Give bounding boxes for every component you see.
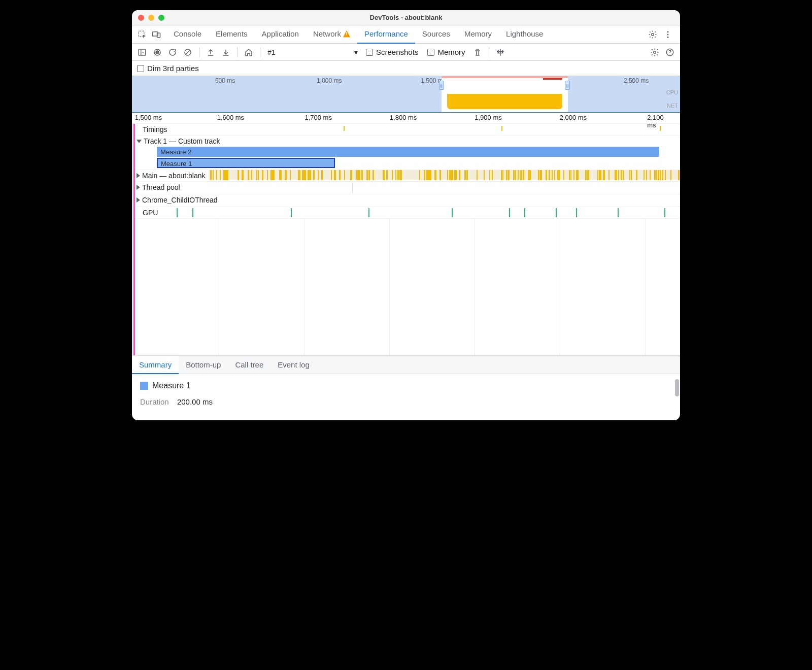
main-task-slice[interactable] [573,170,574,180]
track-custom-header[interactable]: Track 1 — Custom track [133,136,680,147]
main-task-slice[interactable] [508,170,510,180]
main-task-slice[interactable] [559,170,560,180]
main-task-slice[interactable] [587,170,588,180]
capture-settings-icon[interactable] [648,45,662,59]
main-task-slice[interactable] [523,170,524,180]
tab-performance[interactable]: Performance [357,25,415,44]
main-task-slice[interactable] [477,170,478,180]
main-task-slice[interactable] [267,170,268,180]
measure-2-bar[interactable]: Measure 2 [157,147,659,157]
tab-memory[interactable]: Memory [457,25,499,44]
main-task-slice[interactable] [224,170,225,180]
main-task-slice[interactable] [426,170,427,180]
timings-body[interactable] [171,124,681,133]
main-task-slice[interactable] [392,170,393,180]
main-task-slice[interactable] [570,170,571,180]
record-icon[interactable] [150,45,164,59]
detail-ruler[interactable]: 1,500 ms 1,600 ms 1,700 ms 1,800 ms 1,90… [132,113,680,124]
main-task-slice[interactable] [304,170,306,180]
overview-handle-right[interactable]: || [565,81,570,90]
main-task-slice[interactable] [335,170,336,180]
track-threadpool[interactable]: Thread pool [133,182,680,194]
main-task-slice[interactable] [623,170,624,180]
main-task-slice[interactable] [318,170,319,180]
main-task-slice[interactable] [256,170,257,180]
main-task-slice[interactable] [321,170,323,180]
minimize-window-icon[interactable] [148,15,154,21]
home-icon[interactable] [242,45,256,59]
main-task-slice[interactable] [429,170,430,180]
main-task-slice[interactable] [419,170,420,180]
main-task-slice[interactable] [243,170,244,180]
overview-handle-left[interactable]: || [439,81,444,90]
tab-application[interactable]: Application [255,25,306,44]
main-task-slice[interactable] [618,170,619,180]
track-gpu[interactable]: GPU [133,207,680,219]
gpu-task-slice[interactable] [192,208,193,217]
tab-event-log[interactable]: Event log [270,356,317,374]
tab-lighthouse[interactable]: Lighthouse [499,25,550,44]
main-task-slice[interactable] [549,170,550,180]
main-task-slice[interactable] [608,170,610,180]
main-task-slice[interactable] [563,170,564,180]
main-task-slice[interactable] [489,170,490,180]
tab-sources[interactable]: Sources [415,25,457,44]
main-task-slice[interactable] [454,170,455,180]
main-task-slice[interactable] [604,170,605,180]
inspect-icon[interactable] [135,27,149,42]
chevron-right-icon[interactable] [137,185,140,190]
gpu-task-slice[interactable] [664,208,665,217]
main-task-slice[interactable] [339,170,341,180]
main-task-slice[interactable] [656,170,657,180]
main-task-slice[interactable] [273,170,275,180]
gpu-task-slice[interactable] [618,208,619,217]
gpu-task-slice[interactable] [509,208,510,217]
main-task-slice[interactable] [262,170,263,180]
main-task-slice[interactable] [213,170,214,180]
reload-record-icon[interactable] [165,45,180,59]
gpu-task-slice[interactable] [556,208,557,217]
upload-icon[interactable] [204,45,218,59]
main-task-slice[interactable] [678,170,679,180]
settings-icon[interactable] [646,27,660,42]
main-task-slice[interactable] [501,170,502,180]
scrollbar[interactable] [675,379,679,396]
main-task-slice[interactable] [646,170,647,180]
childio-body[interactable] [221,194,680,207]
main-task-slice[interactable] [540,170,541,180]
main-thread-body[interactable] [209,170,680,180]
main-task-slice[interactable] [597,170,598,180]
gpu-body[interactable] [161,207,680,218]
main-task-slice[interactable] [242,170,243,180]
threadpool-body[interactable] [183,182,680,194]
overview-timeline[interactable]: 500 ms 1,000 ms 1,500 ms 2,000 ms 2,500 … [132,76,680,113]
gc-icon[interactable] [470,45,485,59]
device-toolbar-icon[interactable] [149,27,163,42]
main-task-slice[interactable] [368,170,370,180]
tab-call-tree[interactable]: Call tree [228,356,270,374]
main-task-slice[interactable] [621,170,622,180]
tab-network[interactable]: Network [306,25,357,44]
main-task-slice[interactable] [366,170,367,180]
main-task-slice[interactable] [513,170,515,180]
main-task-slice[interactable] [447,170,448,180]
main-task-slice[interactable] [290,170,291,180]
gpu-task-slice[interactable] [368,208,369,217]
main-task-slice[interactable] [344,170,345,180]
main-task-slice[interactable] [600,170,601,180]
measure-1-bar[interactable]: Measure 1 [157,158,335,168]
main-task-slice[interactable] [331,170,332,180]
download-icon[interactable] [219,45,233,59]
screenshots-checkbox[interactable]: Screenshots [362,48,422,56]
main-task-slice[interactable] [631,170,632,180]
main-task-slice[interactable] [662,170,663,180]
main-task-slice[interactable] [439,170,441,180]
main-task-slice[interactable] [449,170,451,180]
main-task-slice[interactable] [464,170,465,180]
gpu-task-slice[interactable] [452,208,453,217]
main-task-slice[interactable] [636,170,637,180]
main-task-slice[interactable] [492,170,493,180]
tab-console[interactable]: Console [166,25,209,44]
gpu-task-slice[interactable] [291,208,292,217]
zoom-window-icon[interactable] [158,15,164,21]
